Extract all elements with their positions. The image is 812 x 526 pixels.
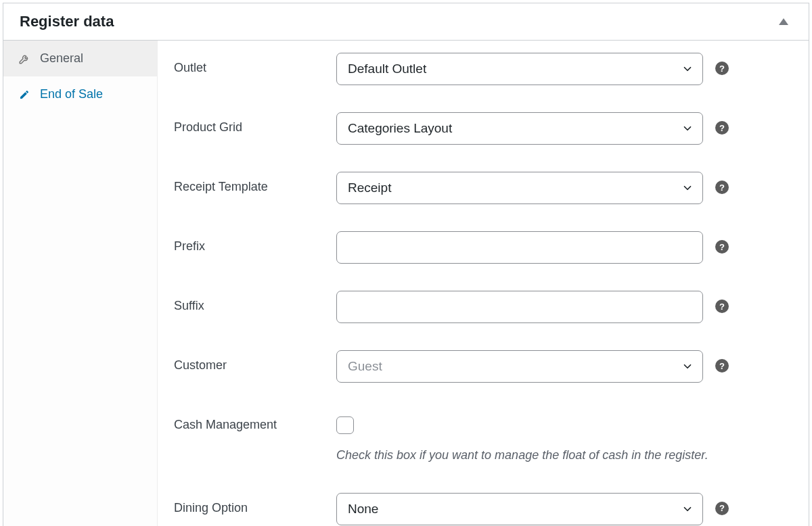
row-receipt-template: Receipt Template Receipt ?: [174, 172, 792, 204]
help-icon[interactable]: ?: [715, 359, 729, 373]
label-suffix: Suffix: [174, 291, 336, 313]
customer-select[interactable]: Guest: [336, 350, 703, 383]
note-icon: [18, 89, 30, 101]
outlet-select[interactable]: Default Outlet: [336, 53, 703, 85]
sidebar: General End of Sale: [3, 41, 158, 526]
row-suffix: Suffix ?: [174, 291, 792, 323]
product-grid-select[interactable]: Categories Layout: [336, 112, 703, 145]
prefix-input[interactable]: [336, 231, 703, 264]
panel-title: Register data: [20, 13, 114, 30]
label-dining-option: Dining Option: [174, 493, 336, 515]
help-icon[interactable]: ?: [715, 300, 729, 313]
outlet-value: Default Outlet: [348, 62, 426, 76]
customer-placeholder: Guest: [348, 359, 382, 374]
help-icon[interactable]: ?: [715, 181, 729, 194]
row-cash-management: Cash Management Check this box if you wa…: [174, 410, 792, 466]
row-dining-option: Dining Option None ?: [174, 493, 792, 525]
wrench-icon: [18, 53, 30, 65]
panel-header: Register data: [3, 3, 809, 41]
receipt-template-value: Receipt: [348, 181, 391, 195]
suffix-input[interactable]: [336, 291, 703, 323]
product-grid-value: Categories Layout: [348, 121, 452, 136]
register-data-panel: Register data General End of Sale Outlet: [3, 3, 809, 526]
label-cash-management: Cash Management: [174, 410, 336, 432]
row-product-grid: Product Grid Categories Layout ?: [174, 112, 792, 145]
dining-option-select[interactable]: None: [336, 493, 703, 525]
dining-option-value: None: [348, 502, 378, 517]
label-prefix: Prefix: [174, 231, 336, 254]
collapse-icon[interactable]: [779, 18, 788, 25]
help-icon[interactable]: ?: [715, 121, 729, 135]
cash-management-hint: Check this box if you want to manage the…: [336, 445, 729, 466]
cash-management-checkbox[interactable]: [336, 416, 354, 434]
content: Outlet Default Outlet ? Product G: [158, 41, 809, 526]
row-prefix: Prefix ?: [174, 231, 792, 264]
label-product-grid: Product Grid: [174, 112, 336, 135]
help-icon[interactable]: ?: [715, 62, 729, 75]
label-customer: Customer: [174, 350, 336, 373]
help-icon[interactable]: ?: [715, 240, 729, 254]
label-receipt-template: Receipt Template: [174, 172, 336, 194]
sidebar-item-general[interactable]: General: [3, 41, 157, 76]
label-outlet: Outlet: [174, 53, 336, 75]
sidebar-item-label: End of Sale: [40, 87, 103, 101]
row-customer: Customer Guest ?: [174, 350, 792, 383]
receipt-template-select[interactable]: Receipt: [336, 172, 703, 204]
sidebar-item-end-of-sale[interactable]: End of Sale: [3, 76, 157, 112]
row-outlet: Outlet Default Outlet ?: [174, 53, 792, 85]
help-icon[interactable]: ?: [715, 502, 729, 515]
sidebar-item-label: General: [40, 51, 83, 66]
panel-body: General End of Sale Outlet Default Outle…: [3, 41, 809, 526]
